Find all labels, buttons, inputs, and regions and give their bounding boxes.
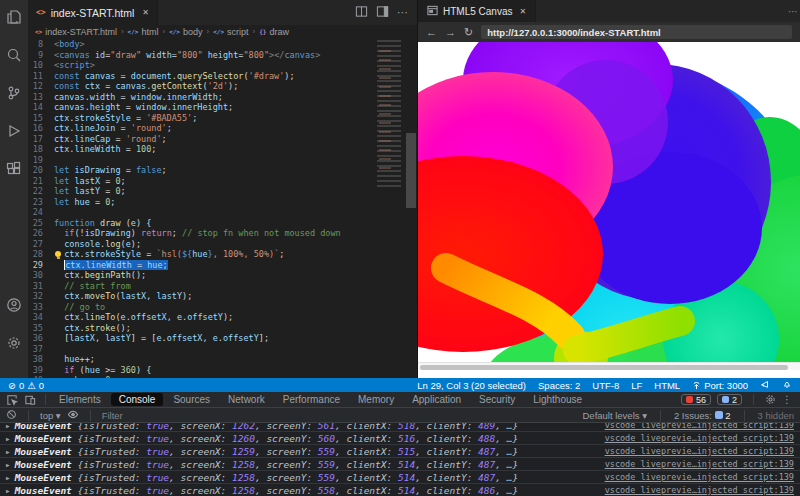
expand-arrow-icon[interactable]: ▶ [6, 423, 10, 429]
language-mode[interactable]: HTML [654, 380, 680, 391]
context-selector[interactable]: top ▾ [40, 410, 61, 421]
issues-link[interactable]: 2 Issues: 2 [674, 410, 731, 421]
code-line[interactable]: 39 if (hue >= 360) { [28, 365, 401, 376]
indentation[interactable]: Spaces: 2 [538, 380, 580, 391]
close-tab-icon[interactable]: ✕ [142, 8, 149, 17]
code-line[interactable]: 15ctx.strokeStyle = '#BADA55'; [28, 113, 401, 124]
inspect-element-icon[interactable] [4, 394, 20, 406]
code-line[interactable]: 8<body> [28, 39, 401, 50]
live-expression-eye-icon[interactable] [67, 406, 79, 424]
extensions-icon[interactable] [5, 160, 23, 178]
code-line[interactable]: 9<canvas id="draw" width="800" height="8… [28, 50, 401, 61]
scrollbar-thumb[interactable] [406, 133, 416, 208]
code-line[interactable]: 28 ctx.strokeStyle = `hsl(${hue}, 100%, … [28, 249, 401, 260]
devtools-more-icon[interactable]: ⋮ [782, 394, 792, 405]
breadcrumb-item[interactable]: </> html [128, 27, 159, 37]
code-line[interactable]: 24 [28, 207, 401, 218]
quick-fix-lightbulb-icon[interactable] [55, 251, 61, 257]
console-log[interactable]: ▶MouseEvent {isTrusted: true, screenX: 1… [0, 423, 800, 496]
search-icon[interactable] [5, 46, 23, 64]
code-line[interactable]: 18ctx.lineWidth = 100; [28, 144, 401, 155]
settings-gear-icon[interactable] [5, 334, 23, 352]
breadcrumb-item[interactable]: <> index-START.html [35, 27, 117, 37]
breadcrumb-item[interactable]: </> body [169, 27, 202, 37]
code-line[interactable]: 32 ctx.moveTo(lastX, lastY); [28, 291, 401, 302]
console-error-badge[interactable]: 56 [681, 394, 711, 405]
notifications-bell-icon[interactable] [782, 379, 792, 391]
issues-badge[interactable]: 2 [717, 394, 742, 405]
scrollbar-thumb[interactable] [420, 365, 788, 370]
code-line[interactable]: 10<script> [28, 60, 401, 71]
source-link[interactable]: vscode_liveprevie…injected_script:139 [605, 446, 794, 456]
code-line[interactable]: 21let lastX = 0; [28, 176, 401, 187]
device-toolbar-icon[interactable] [22, 394, 38, 406]
devtools-tab-application[interactable]: Application [404, 393, 469, 406]
code-line[interactable]: 13canvas.width = window.innerWidth; [28, 92, 401, 103]
default-levels-dropdown[interactable]: Default levels ▾ [582, 410, 646, 421]
tab-index-start-html[interactable]: <> index-START.html ✕ [28, 0, 158, 25]
expand-arrow-icon[interactable]: ▶ [6, 487, 10, 494]
devtools-tab-performance[interactable]: Performance [275, 393, 348, 406]
expand-arrow-icon[interactable]: ▶ [6, 474, 10, 481]
devtools-tab-console[interactable]: Console [111, 393, 164, 406]
expand-arrow-icon[interactable]: ▶ [6, 461, 10, 468]
tab-html5-canvas[interactable]: HTML5 Canvas ✕ [418, 0, 536, 22]
code-line[interactable]: 20let isDrawing = false; [28, 165, 401, 176]
code-line[interactable]: 11const canvas = document.querySelector(… [28, 71, 401, 82]
more-actions-icon[interactable]: ⋯ [788, 0, 800, 22]
devtools-tab-network[interactable]: Network [220, 393, 273, 406]
reload-icon[interactable]: ↻ [464, 27, 473, 38]
source-link[interactable]: vscode_liveprevie…injected_script:139 [605, 459, 794, 469]
code-line[interactable]: 30 ctx.beginPath(); [28, 270, 401, 281]
code-line[interactable]: 27 console.log(e); [28, 239, 401, 250]
cursor-position[interactable]: Ln 29, Col 3 (20 selected) [417, 380, 526, 391]
split-editor-icon[interactable] [355, 4, 368, 22]
code-line[interactable]: 17ctx.lineCap = 'round'; [28, 134, 401, 145]
code-line[interactable]: 33 // go to [28, 302, 401, 313]
minimap[interactable] [377, 40, 401, 188]
code-area[interactable]: 8<body>9<canvas id="draw" width="800" he… [28, 38, 401, 378]
more-actions-icon[interactable]: ⋯ [397, 6, 409, 19]
accounts-icon[interactable] [5, 296, 23, 314]
devtools-tab-memory[interactable]: Memory [350, 393, 402, 406]
code-line[interactable]: 34 ctx.lineTo(e.offsetX, e.offsetY); [28, 312, 401, 323]
breadcrumb-item[interactable]: </> script [213, 27, 248, 37]
code-line[interactable]: 25function draw (e) { [28, 218, 401, 229]
source-link[interactable]: vscode_liveprevie…injected_script:139 [605, 433, 794, 443]
close-tab-icon[interactable]: ✕ [519, 7, 526, 16]
console-row[interactable]: ▶MouseEvent {isTrusted: true, screenX: 1… [0, 458, 800, 471]
run-debug-icon[interactable] [5, 122, 23, 140]
code-line[interactable]: 29 ctx.lineWidth = hue; [28, 260, 401, 271]
devtools-settings-gear-icon[interactable] [765, 391, 776, 409]
code-line[interactable]: 35 ctx.stroke(); [28, 323, 401, 334]
expand-arrow-icon[interactable]: ▶ [6, 448, 10, 455]
code-line[interactable]: 36 [lastX, lastY] = [e.offsetX, e.offset… [28, 333, 401, 344]
console-row[interactable]: ▶MouseEvent {isTrusted: true, screenX: 1… [0, 423, 800, 432]
code-line[interactable]: 38 hue++; [28, 354, 401, 365]
back-icon[interactable]: ← [426, 27, 437, 38]
encoding[interactable]: UTF-8 [592, 380, 619, 391]
source-link[interactable]: vscode_liveprevie…injected_script:139 [605, 472, 794, 482]
browser-hscrollbar[interactable] [418, 362, 800, 370]
code-line[interactable]: 22let lastY = 0; [28, 186, 401, 197]
devtools-tab-security[interactable]: Security [471, 393, 523, 406]
console-row[interactable]: ▶MouseEvent {isTrusted: true, screenX: 1… [0, 432, 800, 445]
code-line[interactable]: 37 [28, 344, 401, 355]
code-line[interactable]: 16ctx.lineJoin = 'round'; [28, 123, 401, 134]
devtools-tab-sources[interactable]: Sources [165, 393, 218, 406]
forward-icon[interactable]: → [445, 27, 456, 38]
explorer-icon[interactable] [5, 8, 23, 26]
code-line[interactable]: 12const ctx = canvas.getContext('2d'); [28, 81, 401, 92]
feedback-icon[interactable] [760, 379, 770, 391]
breadcrumb-item[interactable]: {} draw [259, 27, 289, 37]
editor-scrollbar[interactable] [405, 38, 417, 378]
devtools-tab-lighthouse[interactable]: Lighthouse [525, 393, 590, 406]
url-field[interactable]: http://127.0.0.1:3000/index-START.html [481, 25, 792, 39]
expand-arrow-icon[interactable]: ▶ [6, 435, 10, 442]
source-link[interactable]: vscode_liveprevie…injected_script:139 [605, 423, 794, 430]
source-control-icon[interactable] [5, 84, 23, 102]
live-preview-port[interactable]: Port: 3000 [692, 380, 748, 391]
console-row[interactable]: ▶MouseEvent {isTrusted: true, screenX: 1… [0, 471, 800, 484]
errors-warnings[interactable]: ⊘0 ⚠0 [8, 380, 44, 391]
eol-type[interactable]: LF [631, 380, 642, 391]
